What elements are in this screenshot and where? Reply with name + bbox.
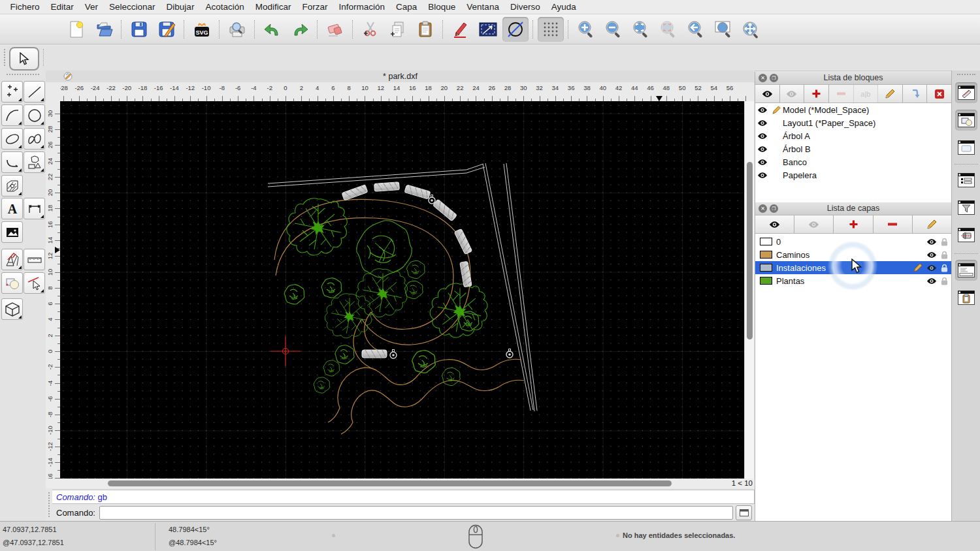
layer-row-caminos[interactable]: Caminos — [755, 248, 951, 261]
block-row-banco[interactable]: Banco — [755, 155, 951, 168]
toggle-block-list-button[interactable] — [955, 82, 977, 103]
delete-block-button[interactable] — [927, 85, 951, 102]
visibility-eye-icon[interactable] — [755, 119, 770, 127]
undock-icon[interactable]: ❐ — [770, 204, 778, 213]
menu-fichero[interactable]: Fichero — [5, 0, 45, 14]
toggle-plot-preview-button[interactable] — [955, 225, 977, 245]
svg-export-button[interactable]: SVG — [189, 17, 215, 42]
measure-tool[interactable] — [24, 249, 45, 270]
hide-all-blocks-button[interactable] — [780, 85, 805, 102]
vertical-scrollbar[interactable] — [744, 101, 754, 479]
print-preview-button[interactable] — [224, 17, 250, 42]
line-tool[interactable] — [24, 81, 45, 102]
layer-row-instalaciones[interactable]: Instalaciones — [755, 261, 951, 274]
layer-name[interactable]: 0 — [776, 237, 781, 247]
select-window-tool[interactable] — [1, 272, 23, 294]
menu-informacion[interactable]: Información — [333, 0, 391, 14]
visibility-eye-icon[interactable] — [755, 172, 770, 179]
block-label[interactable]: Layout1 (*Paper_Space) — [783, 118, 875, 128]
edit-block-button[interactable] — [878, 85, 903, 102]
visibility-eye-icon[interactable] — [755, 159, 770, 166]
zoom-previous-button[interactable] — [683, 17, 709, 42]
redo-button[interactable] — [287, 17, 313, 42]
layer-edit-pencil-icon[interactable] — [913, 263, 923, 272]
block-label[interactable]: Árbol B — [783, 144, 811, 154]
vertical-scrollbar-thumb[interactable] — [747, 162, 753, 339]
layer-name[interactable]: Caminos — [776, 250, 809, 260]
layer-color-swatch[interactable] — [760, 277, 772, 285]
edit-layer-button[interactable] — [913, 215, 951, 233]
polygon-tool[interactable] — [24, 151, 45, 173]
visibility-eye-icon[interactable] — [755, 106, 770, 114]
block-label[interactable]: Model (*Model_Space) — [783, 105, 869, 115]
ellipse-tool[interactable] — [1, 128, 23, 150]
toggle-clipboard-widget-button[interactable] — [955, 287, 977, 308]
3d-box-tool[interactable] — [1, 298, 23, 320]
insert-block-button[interactable] — [903, 85, 928, 102]
spline-tool[interactable] — [24, 128, 45, 150]
zoom-out-button[interactable] — [600, 17, 627, 42]
layer-lock-icon[interactable] — [941, 238, 948, 246]
block-label[interactable]: Papelera — [783, 170, 817, 180]
layer-lock-icon[interactable] — [941, 277, 948, 285]
palette-drag-handle[interactable] — [7, 74, 39, 77]
console-drag-handle[interactable] — [48, 492, 50, 517]
select-rectangle-button[interactable] — [475, 17, 501, 42]
close-icon[interactable]: ✕ — [759, 204, 767, 213]
menu-modificar[interactable]: Modificar — [250, 0, 297, 14]
close-icon[interactable]: ✕ — [759, 74, 767, 82]
show-all-layers-button[interactable] — [755, 215, 794, 233]
layer-row-plantas[interactable]: Plantas — [755, 274, 951, 287]
layer-visibility-icon[interactable] — [926, 264, 937, 272]
open-file-button[interactable] — [91, 17, 117, 42]
save-as-button[interactable] — [154, 17, 180, 42]
visibility-eye-icon[interactable] — [755, 146, 770, 153]
layer-visibility-icon[interactable] — [926, 277, 937, 285]
new-document-button[interactable] — [63, 17, 90, 42]
dock-drag-handle[interactable] — [957, 74, 975, 75]
layer-color-swatch[interactable] — [760, 238, 772, 245]
circle-tool[interactable] — [24, 104, 45, 126]
show-all-blocks-button[interactable] — [755, 85, 780, 102]
menu-seleccionar[interactable]: Seleccionar — [104, 0, 161, 14]
layer-row-0[interactable]: 0 — [755, 235, 951, 248]
menu-acotacion[interactable]: Acotación — [200, 0, 250, 14]
modify-tool[interactable] — [1, 249, 23, 270]
console-detach-button[interactable] — [736, 505, 752, 520]
menu-editar[interactable]: Editar — [45, 0, 79, 14]
toggle-command-widget-button[interactable] — [955, 260, 977, 281]
block-row-arbol-b[interactable]: Árbol B — [755, 142, 951, 155]
hatch-tool[interactable] — [1, 175, 23, 197]
layer-lock-icon[interactable] — [941, 264, 948, 272]
hide-all-layers-button[interactable] — [794, 215, 834, 233]
add-layer-button[interactable] — [834, 215, 873, 233]
paste-button[interactable] — [412, 17, 438, 42]
pan-button[interactable] — [738, 17, 764, 42]
menu-diverso[interactable]: Diverso — [504, 0, 546, 14]
add-block-button[interactable] — [804, 85, 829, 102]
circle-line-tool-button[interactable] — [502, 17, 529, 42]
grid-toggle-button[interactable] — [538, 17, 564, 42]
image-tool[interactable] — [1, 221, 23, 243]
menu-ayuda[interactable]: Ayuda — [546, 0, 581, 14]
block-row-arbol-a[interactable]: Árbol A — [755, 129, 951, 142]
copy-button[interactable] — [385, 17, 411, 42]
block-row-papelera[interactable]: Papelera — [755, 168, 951, 181]
points-tool[interactable] — [1, 81, 23, 102]
layer-name[interactable]: Instalaciones — [776, 263, 826, 273]
layer-visibility-icon[interactable] — [926, 251, 937, 259]
menu-bloque[interactable]: Bloque — [423, 0, 461, 14]
toggle-layer-list-button[interactable] — [955, 110, 977, 131]
layer-color-swatch[interactable] — [760, 251, 772, 259]
save-button[interactable] — [126, 17, 152, 42]
undo-button[interactable] — [259, 17, 286, 42]
undock-icon[interactable]: ❐ — [770, 74, 778, 82]
block-row-layout1[interactable]: Layout1 (*Paper_Space) — [755, 116, 951, 129]
command-input[interactable] — [99, 506, 733, 520]
text-tool[interactable]: A — [1, 198, 23, 219]
horizontal-scrollbar[interactable]: 1 < 10 — [46, 479, 755, 488]
horizontal-scrollbar-thumb[interactable] — [108, 480, 672, 486]
menu-dibujar[interactable]: Dibujar — [161, 0, 200, 14]
deselect-tool[interactable] — [24, 272, 45, 294]
block-label[interactable]: Árbol A — [783, 131, 810, 141]
